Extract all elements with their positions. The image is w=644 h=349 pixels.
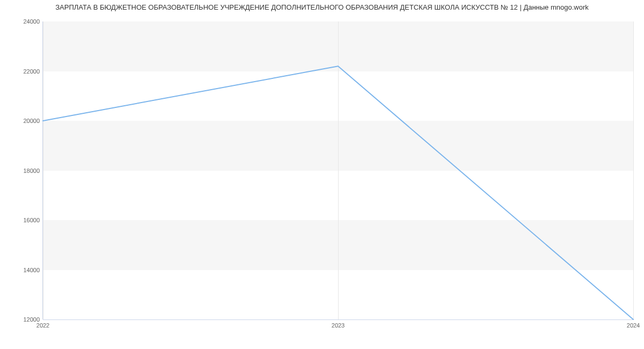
x-gridline <box>633 21 634 319</box>
chart-title: ЗАРПЛАТА В БЮДЖЕТНОЕ ОБРАЗОВАТЕЛЬНОЕ УЧР… <box>0 3 644 11</box>
series-path <box>43 66 633 319</box>
x-tick-label: 2024 <box>627 322 640 329</box>
y-tick-label: 22000 <box>8 68 40 75</box>
y-tick-label: 16000 <box>8 217 40 223</box>
x-tick-label: 2023 <box>332 322 345 329</box>
y-tick-label: 12000 <box>8 316 40 323</box>
plot-area <box>43 21 633 319</box>
series-line <box>43 21 633 319</box>
y-tick-label: 14000 <box>8 267 40 273</box>
x-tick-label: 2022 <box>36 322 49 329</box>
y-tick-label: 24000 <box>8 18 40 25</box>
y-tick-label: 20000 <box>8 118 40 124</box>
y-tick-label: 18000 <box>8 168 40 174</box>
x-axis-line <box>43 319 633 320</box>
